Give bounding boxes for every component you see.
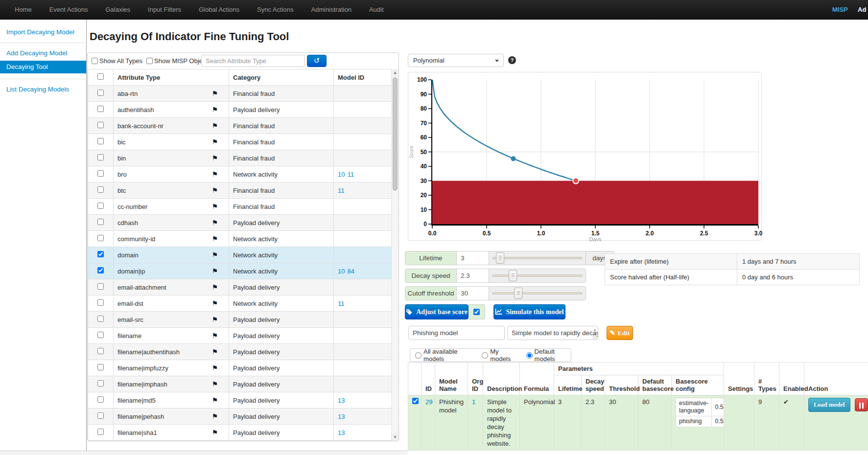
- attribute-row-checkbox[interactable]: [97, 412, 104, 419]
- navbar-brand[interactable]: MISP: [832, 0, 848, 20]
- lifetime-input[interactable]: [457, 251, 489, 265]
- attribute-row-checkbox[interactable]: [97, 299, 104, 306]
- attribute-row-checkbox[interactable]: [97, 364, 104, 370]
- sidebar-item-decaying-tool[interactable]: Decaying Tool: [0, 61, 86, 73]
- attribute-model-id-cell: [334, 344, 393, 360]
- attribute-row-checkbox[interactable]: [97, 332, 104, 338]
- navbar-user-menu[interactable]: Ad: [858, 0, 866, 20]
- attribute-row-checkbox[interactable]: [97, 348, 104, 354]
- scrollbar-down-arrow[interactable]: ▼: [392, 433, 399, 441]
- cutoff-threshold-slider[interactable]: ☰: [489, 287, 586, 300]
- nav-item-galaxies[interactable]: Galaxies: [105, 6, 130, 13]
- org-id-link[interactable]: 1: [472, 398, 475, 406]
- attribute-row-checkbox[interactable]: [97, 380, 104, 387]
- attribute-row-checkbox[interactable]: [97, 106, 104, 112]
- attribute-row-checkbox[interactable]: [97, 267, 104, 273]
- adjust-base-score-checkbox[interactable]: [473, 309, 480, 315]
- model-filter-radio-all-available-models[interactable]: [415, 352, 422, 359]
- model-id-link[interactable]: 13: [338, 429, 345, 436]
- nav-item-event-actions[interactable]: Event Actions: [49, 6, 88, 13]
- show-all-types-label[interactable]: Show All Types: [99, 57, 142, 65]
- formula-select[interactable]: Polynomial: [408, 54, 504, 67]
- nav-item-global-actions[interactable]: Global Actions: [199, 6, 239, 13]
- attribute-row-checkbox[interactable]: [97, 138, 104, 144]
- nav-item-home[interactable]: Home: [15, 6, 32, 13]
- model-name-input[interactable]: [408, 326, 505, 340]
- attribute-row-checkbox[interactable]: [97, 122, 104, 128]
- reset-search-button[interactable]: ↺: [307, 55, 327, 67]
- sidebar-item-import-decaying-model[interactable]: Import Decaying Model: [0, 27, 86, 37]
- decay-speed-slider-handle[interactable]: ☰: [509, 270, 517, 281]
- show-misp-objects-checkbox[interactable]: [146, 58, 153, 64]
- search-attribute-input[interactable]: [201, 55, 305, 67]
- model-filter-label[interactable]: Default models: [535, 348, 571, 363]
- nav-item-audit[interactable]: Audit: [369, 6, 384, 13]
- attribute-row-checkbox[interactable]: [97, 219, 104, 225]
- attribute-row-checkbox[interactable]: [97, 251, 104, 257]
- simulate-model-button[interactable]: Simulate this model: [493, 304, 565, 319]
- model-filter-label[interactable]: My models: [490, 348, 516, 363]
- attribute-row-checkbox[interactable]: [97, 154, 104, 160]
- decay-speed-input[interactable]: [457, 269, 489, 282]
- flag-icon: ⚑: [211, 251, 218, 259]
- attribute-row-checkbox[interactable]: [97, 90, 104, 96]
- select-all-checkbox[interactable]: [97, 73, 104, 80]
- attribute-row-checkbox[interactable]: [97, 203, 104, 209]
- scrollbar-thumb[interactable]: [393, 77, 398, 191]
- attribute-row-checkbox[interactable]: [97, 316, 104, 322]
- model-id-link[interactable]: 11: [347, 171, 354, 178]
- model-filter-radio-default-models[interactable]: [526, 352, 533, 359]
- model-id-link[interactable]: 11: [338, 187, 345, 194]
- resize-grip-icon[interactable]: [593, 335, 597, 339]
- scrollbar-up-arrow[interactable]: ▲: [392, 69, 399, 76]
- attribute-row: filename⚑Payload delivery: [88, 328, 393, 344]
- model-id-link[interactable]: 11: [338, 300, 345, 307]
- models-col-parameters-group: Parameters: [554, 363, 724, 375]
- sidebar-item-add-decaying-model[interactable]: Add Decaying Model: [0, 48, 86, 58]
- lifetime-slider[interactable]: ☰: [489, 251, 586, 265]
- cutoff-threshold-input[interactable]: [457, 287, 489, 300]
- attribute-row-checkbox[interactable]: [97, 186, 104, 193]
- cutoff-threshold-slider-handle[interactable]: ☰: [514, 288, 522, 299]
- show-all-types-checkbox[interactable]: [92, 58, 98, 64]
- model-id-link[interactable]: 84: [347, 268, 354, 275]
- attribute-row-checkbox[interactable]: [97, 235, 104, 241]
- decay-speed-slider[interactable]: ☰: [489, 269, 586, 282]
- model-filter-radio-my-models[interactable]: [482, 352, 488, 359]
- attribute-type-label: email-dst: [117, 300, 143, 307]
- attribute-row-checkbox[interactable]: [97, 429, 104, 435]
- adjust-base-score-toggle: [469, 304, 485, 319]
- svg-text:10: 10: [421, 206, 427, 213]
- attribute-row: authentihash⚑Payload delivery: [88, 102, 393, 118]
- sidebar-item-list-decaying-models[interactable]: List Decaying Models: [0, 85, 86, 94]
- model-name-cell: Phishing model: [435, 395, 468, 451]
- load-model-button[interactable]: Load model: [808, 398, 850, 412]
- model-id-link[interactable]: 29: [425, 398, 432, 406]
- attribute-row-checkbox[interactable]: [97, 283, 104, 290]
- model-row-checkbox[interactable]: [412, 398, 419, 404]
- flag-icon: ⚑: [211, 429, 218, 436]
- flag-icon: ⚑: [211, 90, 218, 97]
- model-id-link[interactable]: 13: [338, 413, 345, 420]
- threshold-point-handle[interactable]: [573, 178, 579, 184]
- lifetime-slider-handle[interactable]: ☰: [496, 252, 504, 264]
- model-id-link[interactable]: 10: [338, 268, 345, 275]
- spinner-up-icon[interactable]: ▲: [593, 328, 596, 331]
- attribute-table-scrollbar[interactable]: ▲ ▼: [391, 69, 399, 441]
- model-id-link[interactable]: 10: [338, 171, 345, 178]
- attribute-row-checkbox[interactable]: [97, 170, 104, 177]
- curve-point-handle[interactable]: [511, 156, 516, 161]
- disable-model-button[interactable]: [855, 398, 868, 411]
- lifetime-label: Lifetime: [405, 251, 457, 265]
- nav-item-administration[interactable]: Administration: [311, 6, 352, 13]
- nav-item-input-filters[interactable]: Input Filters: [148, 6, 181, 13]
- attribute-category-cell: Payload delivery: [229, 102, 334, 118]
- edit-model-button[interactable]: ✎ Edit: [607, 326, 633, 340]
- model-description-textarea[interactable]: Simple model to rapidly decay ▲ ▼: [507, 326, 598, 340]
- help-icon[interactable]: ?: [508, 56, 516, 64]
- model-filter-label[interactable]: All available models: [423, 348, 472, 363]
- model-id-link[interactable]: 13: [338, 397, 345, 404]
- adjust-base-score-button[interactable]: Adjust base score: [405, 304, 469, 319]
- nav-item-sync-actions[interactable]: Sync Actions: [257, 6, 293, 13]
- attribute-row-checkbox[interactable]: [97, 396, 104, 403]
